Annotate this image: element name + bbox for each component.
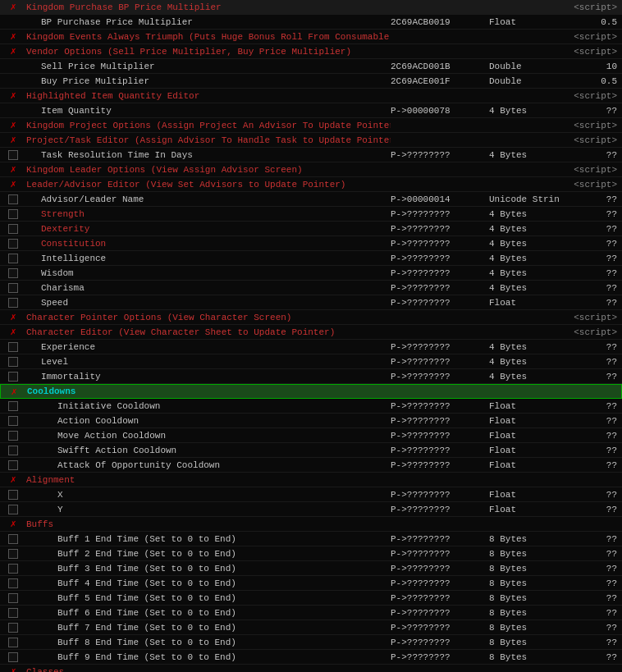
table-row[interactable]: Buff 5 End Time (Set to 0 to End)P->????… [0, 591, 622, 606]
row-check[interactable] [2, 638, 25, 647]
row-check[interactable] [2, 534, 25, 544]
checkbox-icon[interactable] [8, 416, 18, 426]
checkbox-icon[interactable] [8, 254, 18, 263]
row-check[interactable] [2, 342, 25, 352]
row-check[interactable]: ✗ [2, 518, 25, 530]
row-check[interactable] [2, 564, 25, 574]
table-row[interactable]: Buff 2 End Time (Set to 0 to End)P->????… [0, 546, 622, 561]
row-check[interactable] [2, 209, 25, 219]
table-row[interactable]: ConstitutionP->????????4 Bytes?? [0, 236, 622, 251]
row-check[interactable]: ✗ [2, 326, 25, 338]
checkbox-icon[interactable] [8, 534, 18, 544]
row-check[interactable]: ✗ [2, 119, 25, 131]
row-check[interactable] [2, 578, 25, 588]
row-check[interactable] [2, 194, 25, 204]
checkbox-icon[interactable] [8, 298, 18, 308]
table-row[interactable]: ExperienceP->????????4 Bytes?? [0, 340, 622, 354]
table-row[interactable]: Item QuantityP->000000784 Bytes?? [0, 103, 622, 118]
row-check[interactable]: ✗ [2, 89, 25, 102]
row-check[interactable] [2, 593, 25, 603]
table-row[interactable]: WisdomP->????????4 Bytes?? [0, 266, 622, 281]
checkbox-icon[interactable] [8, 239, 18, 249]
table-row[interactable]: ✗Highlighted Item Quantity Editor<script… [0, 89, 622, 103]
row-check[interactable]: ✗ [2, 386, 25, 398]
table-row[interactable]: Buy Price Multiplier2C69ACE001FDouble0.5 [0, 74, 622, 89]
row-check[interactable] [2, 401, 25, 411]
row-check[interactable] [2, 254, 25, 263]
table-row[interactable]: Buff 3 End Time (Set to 0 to End)P->????… [0, 561, 622, 576]
table-row[interactable]: Buff 1 End Time (Set to 0 to End)P->????… [0, 532, 622, 546]
table-row[interactable]: Buff 9 End Time (Set to 0 to End)P->????… [0, 650, 622, 665]
row-check[interactable]: ✗ [2, 178, 25, 190]
table-row[interactable]: Action CooldownP->????????Float?? [0, 414, 622, 428]
row-check[interactable]: ✗ [2, 30, 25, 43]
row-check[interactable] [2, 446, 25, 455]
row-check[interactable] [2, 549, 25, 559]
table-row[interactable]: StrengthP->????????4 Bytes?? [0, 207, 622, 222]
row-check[interactable] [2, 150, 25, 160]
table-row[interactable]: ✗Kingdom Project Options (Assign Project… [0, 118, 622, 133]
checkbox-icon[interactable] [8, 549, 18, 559]
table-row[interactable]: Initiative CooldownP->????????Float?? [0, 399, 622, 414]
checkbox-icon[interactable] [8, 505, 18, 514]
row-check[interactable]: ✗ [2, 311, 25, 323]
checkbox-icon[interactable] [8, 209, 18, 219]
checkbox-icon[interactable] [8, 283, 18, 293]
row-check[interactable] [2, 623, 25, 633]
table-row[interactable]: ImmortalityP->????????4 Bytes?? [0, 369, 622, 384]
row-check[interactable] [2, 608, 25, 618]
table-row[interactable]: IntelligenceP->????????4 Bytes?? [0, 251, 622, 266]
table-row[interactable]: ✗Kingdom Events Always Triumph (Puts Hug… [0, 30, 622, 44]
checkbox-icon[interactable] [8, 608, 18, 618]
table-row[interactable]: Advisor/Leader NameP->00000014Unicode St… [0, 192, 622, 207]
table-row[interactable]: Sell Price Multiplier2C69ACD001BDouble10 [0, 59, 622, 74]
checkbox-icon[interactable] [8, 224, 18, 234]
checkbox-icon[interactable] [8, 401, 18, 411]
table-row[interactable]: Buff 6 End Time (Set to 0 to End)P->????… [0, 606, 622, 620]
table-row[interactable]: Buff 4 End Time (Set to 0 to End)P->????… [0, 576, 622, 591]
row-check[interactable] [2, 372, 25, 382]
row-check[interactable]: ✗ [2, 134, 25, 146]
checkbox-icon[interactable] [8, 564, 18, 574]
table-row[interactable]: ✗Vendor Options (Sell Price Multiplier, … [0, 44, 622, 59]
checkbox-icon[interactable] [8, 268, 18, 278]
table-row[interactable]: ✗Kingdom Leader Options (View Assign Adv… [0, 162, 622, 177]
table-row[interactable]: ✗Character Editor (View Character Sheet … [0, 325, 622, 340]
checkbox-icon[interactable] [8, 578, 18, 588]
row-check[interactable]: ✗ [2, 473, 25, 486]
table-row[interactable]: ✗Leader/Advisor Editor (View Set Advisor… [0, 177, 622, 192]
checkbox-icon[interactable] [8, 652, 18, 662]
checkbox-icon[interactable] [8, 342, 18, 352]
checkbox-icon[interactable] [8, 357, 18, 367]
row-check[interactable]: ✗ [2, 163, 25, 176]
checkbox-icon[interactable] [8, 638, 18, 647]
table-row[interactable]: CharismaP->????????4 Bytes?? [0, 281, 622, 295]
row-check[interactable] [2, 490, 25, 500]
table-row[interactable]: Task Resolution Time In DaysP->????????4… [0, 148, 622, 162]
row-check[interactable]: ✗ [2, 45, 25, 57]
table-row[interactable]: Swifft Action CooldownP->????????Float?? [0, 443, 622, 458]
checkbox-icon[interactable] [8, 623, 18, 633]
table-row[interactable]: Buff 8 End Time (Set to 0 to End)P->????… [0, 635, 622, 650]
row-check[interactable] [2, 460, 25, 470]
row-check[interactable] [2, 239, 25, 249]
table-row[interactable]: ✗Project/Task Editor (Assign Advisor To … [0, 133, 622, 148]
table-row[interactable]: ✗Kingdom Purchase BP Price Multiplier<sc… [0, 0, 622, 15]
row-check[interactable] [2, 298, 25, 308]
table-row[interactable]: YP->????????Float?? [0, 502, 622, 517]
table-row[interactable]: DexterityP->????????4 Bytes?? [0, 222, 622, 236]
checkbox-icon[interactable] [8, 490, 18, 500]
table-row[interactable]: Move Action CooldownP->????????Float?? [0, 428, 622, 443]
row-check[interactable] [2, 357, 25, 367]
table-row[interactable]: BP Purchase Price Multiplier2C69ACB0019F… [0, 15, 622, 30]
table-row[interactable]: ✗Buffs [0, 517, 622, 532]
checkbox-icon[interactable] [8, 446, 18, 455]
checkbox-icon[interactable] [8, 593, 18, 603]
checkbox-icon[interactable] [8, 372, 18, 382]
row-check[interactable] [2, 652, 25, 662]
row-check[interactable] [2, 416, 25, 426]
row-check[interactable] [2, 431, 25, 441]
row-check[interactable] [2, 283, 25, 293]
checkbox-icon[interactable] [8, 194, 18, 204]
row-check[interactable] [2, 505, 25, 514]
